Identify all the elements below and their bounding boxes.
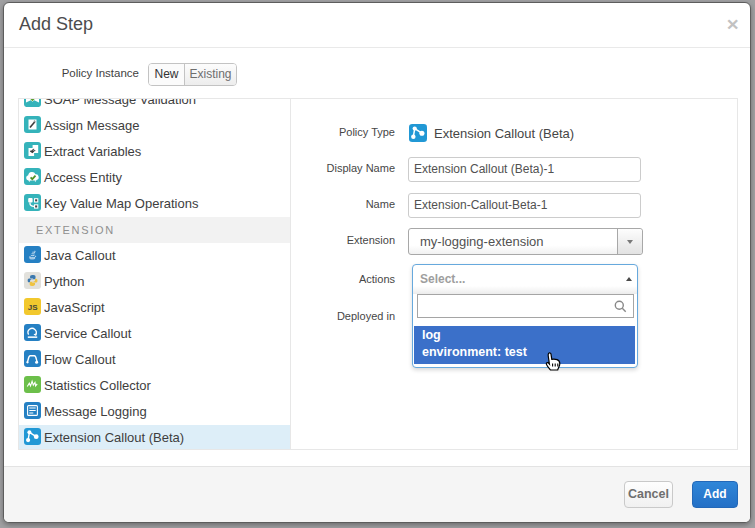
- svg-text:JS: JS: [28, 303, 38, 312]
